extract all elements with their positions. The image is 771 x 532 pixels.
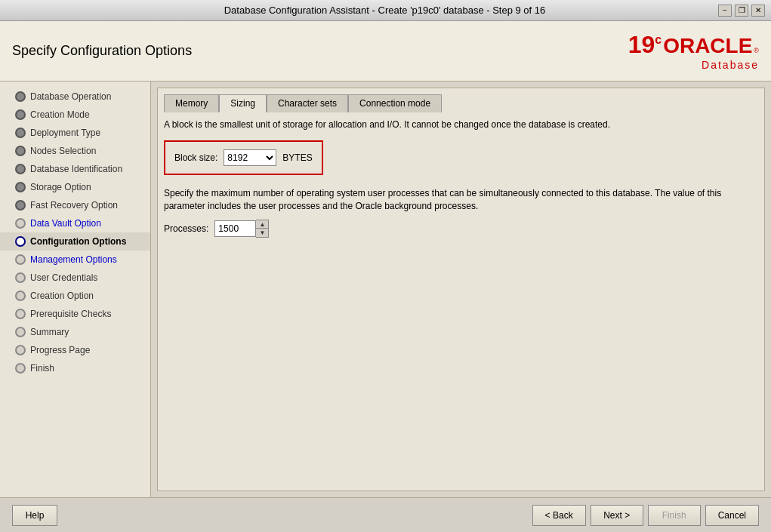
block-size-unit: BYTES xyxy=(282,152,312,163)
step-dot-creation-option xyxy=(15,291,26,301)
step-dot-finish xyxy=(15,363,26,374)
minimize-button[interactable]: − xyxy=(718,5,732,17)
processes-label: Processes: xyxy=(164,223,208,234)
panel-inner: Memory Sizing Character sets Connection … xyxy=(157,88,765,491)
step-dot-prerequisite-checks xyxy=(15,309,26,319)
oracle-version: 19c xyxy=(628,31,662,59)
sidebar-item-configuration-options[interactable]: Configuration Options xyxy=(0,232,150,251)
title-bar: Database Configuration Assistant - Creat… xyxy=(0,0,771,21)
spinbox-buttons: ▲ ▼ xyxy=(256,220,269,238)
main-window: Specify Configuration Options 19c ORACLE… xyxy=(0,21,771,532)
footer-right: < Back Next > Finish Cancel xyxy=(532,505,759,526)
finish-button[interactable]: Finish xyxy=(648,505,701,526)
oracle-brand: ORACLE xyxy=(663,34,752,58)
sidebar-item-creation-option[interactable]: Creation Option xyxy=(0,287,150,305)
sidebar-item-data-vault-option[interactable]: Data Vault Option xyxy=(0,214,150,232)
step-dot-database-identification xyxy=(15,164,26,174)
tab-character-sets[interactable]: Character sets xyxy=(267,94,348,112)
footer: Help < Back Next > Finish Cancel xyxy=(0,497,771,532)
tab-connection-mode[interactable]: Connection mode xyxy=(348,94,442,112)
sidebar-item-user-credentials[interactable]: User Credentials xyxy=(0,269,150,287)
step-dot-configuration-options xyxy=(15,236,26,247)
processes-field: Processes: ▲ ▼ xyxy=(164,220,758,238)
header: Specify Configuration Options 19c ORACLE… xyxy=(0,21,771,81)
window-controls: − ❐ ✕ xyxy=(718,5,765,17)
sidebar: Database Operation Creation Mode Deploym… xyxy=(0,81,151,497)
sidebar-item-management-options[interactable]: Management Options xyxy=(0,251,150,269)
block-size-label: Block size: xyxy=(174,152,217,163)
cancel-button[interactable]: Cancel xyxy=(705,505,759,526)
processes-spinbox: ▲ ▼ xyxy=(214,220,269,238)
page-title: Specify Configuration Options xyxy=(12,43,192,59)
sidebar-item-database-operation[interactable]: Database Operation xyxy=(0,88,150,106)
spin-down-button[interactable]: ▼ xyxy=(256,229,268,237)
step-dot-creation-mode xyxy=(15,109,26,120)
help-button[interactable]: Help xyxy=(12,505,57,526)
back-button[interactable]: < Back xyxy=(532,505,586,526)
step-dot-user-credentials xyxy=(15,272,26,283)
block-size-description: A block is the smallest unit of storage … xyxy=(164,118,758,131)
next-button[interactable]: Next > xyxy=(591,505,643,526)
restore-button[interactable]: ❐ xyxy=(735,5,748,17)
block-size-section: Block size: 2048 4096 8192 16384 32768 B… xyxy=(164,140,323,175)
sidebar-item-progress-page[interactable]: Progress Page xyxy=(0,341,150,359)
sidebar-item-storage-option[interactable]: Storage Option xyxy=(0,178,150,196)
block-size-select[interactable]: 2048 4096 8192 16384 32768 xyxy=(224,149,276,166)
sidebar-item-creation-mode[interactable]: Creation Mode xyxy=(0,106,150,124)
step-dot-management-options xyxy=(15,254,26,265)
step-dot-summary xyxy=(15,327,26,337)
content-area: Database Operation Creation Mode Deploym… xyxy=(0,81,771,497)
sidebar-item-nodes-selection[interactable]: Nodes Selection xyxy=(0,142,150,160)
sidebar-item-fast-recovery-option[interactable]: Fast Recovery Option xyxy=(0,196,150,214)
tab-memory[interactable]: Memory xyxy=(164,94,219,112)
main-panel: Memory Sizing Character sets Connection … xyxy=(151,81,771,497)
step-dot-data-vault-option xyxy=(15,218,26,229)
close-button[interactable]: ✕ xyxy=(751,5,765,17)
processes-input[interactable] xyxy=(214,220,256,237)
oracle-product: Database xyxy=(702,59,759,71)
window-title: Database Configuration Assistant - Creat… xyxy=(51,5,718,16)
sidebar-item-database-identification[interactable]: Database Identification xyxy=(0,160,150,178)
processes-description: Specify the maximum number of operating … xyxy=(164,187,758,213)
step-dot-deployment-type xyxy=(15,128,26,138)
sidebar-item-finish[interactable]: Finish xyxy=(0,359,150,377)
step-dot-nodes-selection xyxy=(15,146,26,156)
tab-bar: Memory Sizing Character sets Connection … xyxy=(164,94,758,112)
sidebar-item-prerequisite-checks[interactable]: Prerequisite Checks xyxy=(0,305,150,323)
step-dot-progress-page xyxy=(15,345,26,355)
sidebar-item-summary[interactable]: Summary xyxy=(0,323,150,341)
spin-up-button[interactable]: ▲ xyxy=(256,220,268,229)
sidebar-item-deployment-type[interactable]: Deployment Type xyxy=(0,124,150,142)
tab-sizing[interactable]: Sizing xyxy=(219,94,267,112)
step-dot-storage-option xyxy=(15,182,26,192)
step-dot-database-operation xyxy=(15,91,26,102)
step-dot-fast-recovery-option xyxy=(15,200,26,211)
oracle-logo: 19c ORACLE ® Database xyxy=(628,31,759,71)
footer-left: Help xyxy=(12,505,57,526)
sizing-tab-content: A block is the smallest unit of storage … xyxy=(164,118,758,484)
